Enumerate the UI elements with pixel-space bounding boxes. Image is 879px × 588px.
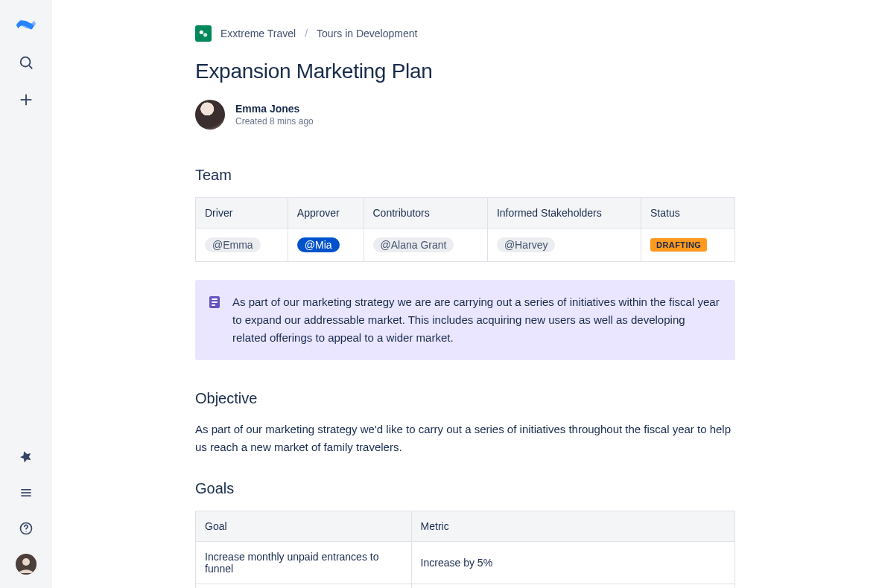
table-header: Metric [411,511,734,542]
svg-point-11 [200,31,203,34]
mention-approver[interactable]: @Mia [297,237,340,252]
svg-point-12 [203,33,207,36]
global-sidebar [0,0,52,588]
team-table: Driver Approver Contributors Informed St… [195,197,735,262]
help-icon[interactable] [16,518,37,539]
author-avatar[interactable] [195,100,225,130]
author-meta: Created 8 mins ago [235,116,314,127]
table-header: Contributors [364,198,487,229]
breadcrumb-separator: / [305,28,308,39]
search-icon[interactable] [16,52,37,73]
page-title: Expansion Marketing Plan [195,60,735,83]
table-row: Increase monthly unpaid entrances to fun… [196,542,735,584]
breadcrumb-space[interactable]: Exxtreme Travel [220,28,296,39]
svg-line-1 [29,65,32,68]
mention-driver[interactable]: @Emma [205,237,261,252]
menu-icon[interactable] [16,482,37,503]
panel-text: As part of our marketing strategy we are… [232,293,720,347]
svg-rect-14 [212,298,218,300]
table-header: Approver [288,198,364,229]
author-name[interactable]: Emma Jones [235,103,314,115]
notifications-icon[interactable] [16,447,37,467]
objective-text: As part of our marketing strategy we'd l… [195,421,735,456]
svg-rect-16 [212,304,215,306]
svg-point-0 [21,57,31,67]
table-header: Status [641,198,735,229]
page-main: Exxtreme Travel / Tours in Development E… [52,0,879,588]
mention-contributor[interactable]: @Alana Grant [373,237,454,252]
info-panel: As part of our marketing strategy we are… [195,280,735,360]
table-header: Goal [196,511,412,542]
table-row: Increase monthly signups Increase by 5% [196,584,735,589]
svg-point-10 [22,558,30,566]
breadcrumb: Exxtreme Travel / Tours in Development [195,25,735,42]
metric-cell: Increase by 5% [411,584,734,589]
mention-informed[interactable]: @Harvey [497,237,556,252]
create-icon[interactable] [16,89,37,110]
page-byline: Emma Jones Created 8 mins ago [195,100,735,130]
goal-cell: Increase monthly signups [196,584,412,589]
confluence-logo-icon[interactable] [15,13,37,36]
section-heading-objective: Objective [195,390,735,407]
metric-cell: Increase by 5% [411,542,734,584]
panel-note-icon [207,295,222,310]
space-icon[interactable] [195,25,212,42]
goal-cell: Increase monthly unpaid entrances to fun… [196,542,412,584]
table-header: Driver [196,198,288,229]
svg-rect-15 [212,301,218,303]
status-badge: DRAFTING [650,238,707,252]
section-heading-goals: Goals [195,480,735,497]
goals-table: Goal Metric Increase monthly unpaid entr… [195,511,735,588]
breadcrumb-parent[interactable]: Tours in Development [317,28,417,39]
profile-avatar[interactable] [16,554,37,575]
table-header: Informed Stakeholders [487,198,641,229]
section-heading-team: Team [195,167,735,184]
svg-point-8 [25,531,26,532]
table-row: @Emma @Mia @Alana Grant @Harvey DRAFTING [196,229,735,262]
